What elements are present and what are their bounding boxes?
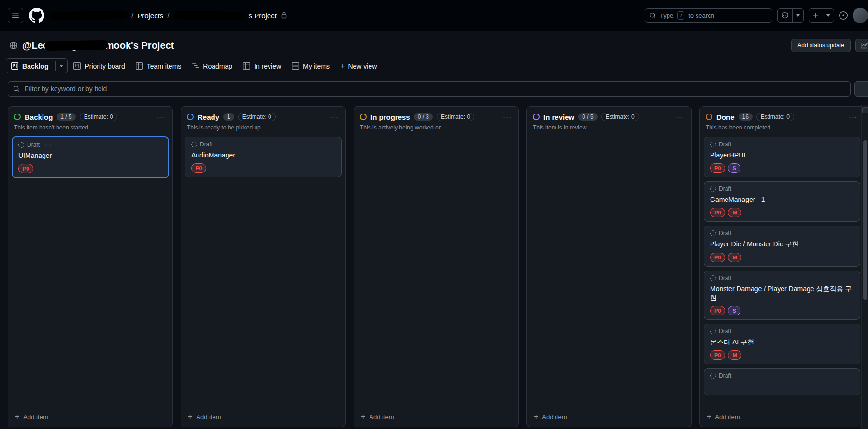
status-circle-icon [360,114,367,120]
tab-label: Backlog [22,62,48,70]
column-description: This has been completed [700,123,864,135]
column-estimate-badge: Estimate: 0 [80,113,117,121]
add-item-label: Add item [369,414,394,421]
card-kind-label: Draft [27,142,40,148]
insights-button[interactable] [855,39,868,52]
redacted-title-scribble [44,40,108,51]
column-description: This is actively being worked on [354,123,518,135]
scrollbar-button[interactable] [862,107,868,113]
slash-keycap: / [677,11,684,20]
add-item-button[interactable]: +Add item [700,408,864,427]
tab-team-items[interactable]: Team items [131,60,186,72]
issues-icon[interactable] [839,11,848,20]
column-name: In review [543,113,574,121]
column-ready: Ready1Estimate: 0···This is ready to be … [181,106,346,427]
label-badge[interactable]: M [728,350,741,360]
global-search-input[interactable]: Type / to search [645,8,772,23]
card-badges: P0 [18,164,162,173]
redacted-project-name [173,11,244,20]
card[interactable]: Draft···UIManagerP0 [12,137,169,178]
card-title: PlayerHPUI [710,151,854,159]
breadcrumb-separator: / [131,12,133,20]
tab-my-items[interactable]: My items [287,60,335,72]
card-kind-label: Draft [719,230,731,237]
create-new-caret-button[interactable] [823,9,834,22]
draft-icon [18,142,24,148]
label-badge[interactable]: S [728,163,740,173]
label-badge[interactable]: P0 [710,253,725,262]
column-menu-button[interactable]: ··· [675,113,685,121]
label-badge[interactable]: P0 [710,163,725,173]
rows-icon [292,62,299,70]
draft-icon [710,329,716,334]
add-item-button[interactable]: +Add item [527,408,691,427]
app-header: / Projects / s Project Type / to search [0,0,868,31]
tab-backlog[interactable]: Backlog [6,58,68,73]
card-menu-button[interactable]: ··· [43,141,53,148]
column-in-progress: In progress0 / 3Estimate: 0···This is ac… [354,106,519,427]
draft-icon [191,142,197,147]
column-menu-button[interactable]: ··· [502,113,512,121]
label-badge[interactable]: P0 [710,350,725,360]
avatar[interactable] [853,8,868,23]
card[interactable]: DraftPlayer Die / Monster Die 구현P0M [704,226,860,266]
card[interactable]: DraftGameManager - 1P0M [704,181,860,222]
card[interactable]: Draft [704,368,860,395]
tab-priority-board[interactable]: Priority board [69,60,129,72]
card[interactable]: DraftAudioManagerP0 [185,137,342,177]
label-badge[interactable]: P0 [18,164,33,173]
view-options-caret-button[interactable] [55,61,67,71]
chevron-down-icon [826,14,830,17]
label-badge[interactable]: M [728,208,741,217]
column-count-badge: 1 [223,113,234,121]
tab-in-review[interactable]: In review [238,60,286,72]
column-cards: DraftPlayerHPUIP0SDraftGameManager - 1P0… [700,135,864,408]
github-logo-icon[interactable] [29,8,44,23]
add-item-button[interactable]: +Add item [181,408,345,427]
add-item-button[interactable]: +Add item [8,408,172,427]
tab-roadmap[interactable]: Roadmap [187,60,237,72]
label-badge[interactable]: S [728,306,740,315]
copilot-button[interactable] [777,8,804,23]
card[interactable]: DraftPlayerHPUIP0S [704,137,860,177]
filter-input[interactable] [24,85,845,93]
filter-action-button[interactable] [854,81,868,97]
label-badge[interactable]: P0 [710,208,725,217]
column-in-review: In review0 / 5Estimate: 0···This item is… [526,106,692,427]
card-badges: P0S [710,163,854,173]
breadcrumb-projects-link[interactable]: Projects [137,12,163,20]
label-badge[interactable]: P0 [191,163,206,173]
project-title-part2: dimook's Project [97,40,174,51]
column-menu-button[interactable]: ··· [156,113,167,121]
add-status-update-button[interactable]: Add status update [791,39,851,52]
card-kind-row: Draft [710,186,854,192]
card-kind-label: Draft [719,328,731,335]
column-menu-button[interactable]: ··· [848,113,858,121]
search-icon [649,12,656,19]
chevron-down-icon [59,65,63,67]
create-new-button[interactable] [809,8,834,23]
new-view-button[interactable]: + New view [336,60,382,72]
label-badge[interactable]: M [728,253,741,262]
column-name: Ready [198,113,219,121]
column-count-badge: 16 [739,113,753,121]
filter-field[interactable] [8,81,851,97]
breadcrumb-project-suffix: s Project [249,12,277,20]
label-badge[interactable]: P0 [710,306,725,315]
plus-icon: + [361,413,365,421]
vertical-scrollbar[interactable] [861,105,868,429]
project-icon [11,62,18,70]
card-kind-row: Draft [710,275,854,282]
status-circle-icon [187,114,194,120]
hamburger-menu-icon[interactable] [8,8,23,23]
add-item-button[interactable]: +Add item [354,408,518,427]
column-menu-button[interactable]: ··· [329,113,340,121]
scrollbar-thumb[interactable] [863,140,867,300]
card-title: UIManager [18,151,162,160]
tab-label: In review [254,62,281,70]
copilot-icon [778,9,792,22]
copilot-caret-button[interactable] [792,9,803,22]
card[interactable]: Draft몬스터 AI 구현P0M [704,324,860,364]
column-estimate-badge: Estimate: 0 [437,113,474,121]
card[interactable]: DraftMonster Damage / Player Damage 상호작용… [704,271,860,320]
